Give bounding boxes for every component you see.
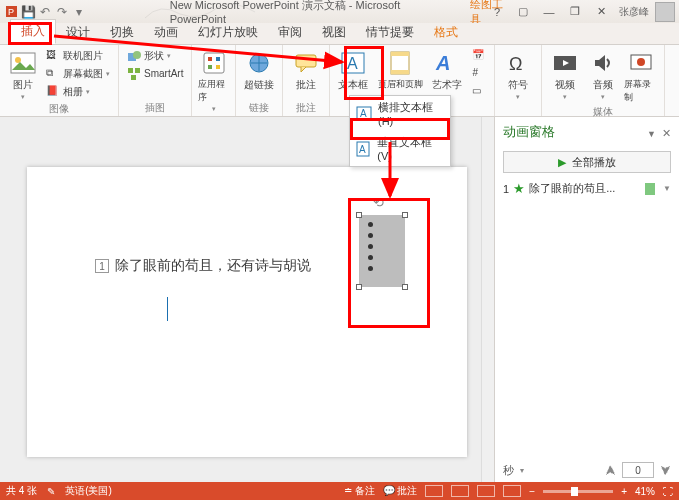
reorder-up-icon[interactable]: ⮝ xyxy=(605,464,616,476)
object-icon: ▭ xyxy=(472,85,486,99)
language-status[interactable]: 英语(美国) xyxy=(65,484,112,498)
audio-icon xyxy=(589,49,617,77)
group-links-label: 链接 xyxy=(242,100,276,115)
symbol-button[interactable]: Ω 符号 ▾ xyxy=(501,47,535,101)
screen-recording-icon xyxy=(627,49,655,77)
chevron-down-icon: ▾ xyxy=(212,105,216,113)
animation-pane-close-icon[interactable]: ✕ xyxy=(662,127,671,139)
screen-recording-button[interactable]: 屏幕录制 xyxy=(624,47,658,104)
group-images-label: 图像 xyxy=(6,101,112,116)
animation-duration-bar xyxy=(645,183,655,195)
svg-line-31 xyxy=(54,36,342,62)
tab-storyboarding[interactable]: 情节提要 xyxy=(356,21,424,44)
slide-canvas[interactable]: 1 除了眼前的苟且，还有诗与胡说 ⟲ xyxy=(27,167,467,457)
chevron-down-icon: ▾ xyxy=(601,93,605,101)
zoom-slider[interactable] xyxy=(543,490,613,493)
annotation-arrow-2 xyxy=(380,140,400,202)
undo-icon[interactable]: ↶ xyxy=(38,5,52,19)
ribbon-options-icon[interactable]: ▢ xyxy=(511,3,535,21)
audio-button[interactable]: 音频 ▾ xyxy=(586,47,620,101)
animation-list-item[interactable]: 1 ★ 除了眼前的苟且... ▼ xyxy=(503,181,671,196)
textbox-dropdown: A 横排文本框(H) A 垂直文本框(V) xyxy=(349,95,451,167)
animation-item-label: 除了眼前的苟且... xyxy=(529,181,615,196)
vertical-textbox-shape[interactable] xyxy=(359,215,405,287)
animation-item-menu-icon[interactable]: ▼ xyxy=(663,184,671,193)
svg-point-26 xyxy=(637,58,645,66)
zoom-in-icon[interactable]: + xyxy=(621,486,627,497)
fit-window-icon[interactable]: ⛶ xyxy=(663,486,673,497)
seconds-label: 秒 xyxy=(503,463,514,478)
play-all-button[interactable]: ▶ 全部播放 xyxy=(503,151,671,173)
textbox-horizontal-option[interactable]: A 横排文本框(H) xyxy=(350,96,450,131)
textbox-vertical-option[interactable]: A 垂直文本框(V) xyxy=(350,131,450,166)
slideshow-view-icon[interactable] xyxy=(503,485,521,497)
group-comments-label: 批注 xyxy=(289,100,323,115)
restore-icon[interactable]: ❐ xyxy=(563,3,587,21)
slide-number-button[interactable]: # xyxy=(470,65,488,82)
vertical-scrollbar[interactable] xyxy=(481,117,494,482)
svg-rect-19 xyxy=(391,52,409,56)
svg-rect-20 xyxy=(391,70,409,74)
animation-pane-dropdown-icon[interactable]: ▼ xyxy=(647,129,656,139)
svg-text:A: A xyxy=(435,52,450,74)
photo-album-button[interactable]: 📕相册▾ xyxy=(44,83,112,100)
svg-text:A: A xyxy=(359,144,366,155)
comments-button[interactable]: 💬 批注 xyxy=(383,484,418,498)
title-bar: P 💾 ↶ ↷ ▾ New Microsoft PowerPoint 演示文稿 … xyxy=(0,0,679,23)
slide-editor[interactable]: 1 除了眼前的苟且，还有诗与胡说 ⟲ xyxy=(0,117,494,482)
star-icon: ★ xyxy=(513,181,525,196)
date-icon: 📅 xyxy=(472,49,486,63)
video-button[interactable]: 视频 ▾ xyxy=(548,47,582,101)
slide-text-placeholder[interactable]: 1 除了眼前的苟且，还有诗与胡说 xyxy=(95,257,311,275)
animation-pane: 动画窗格 ▼✕ ▶ 全部播放 1 ★ 除了眼前的苟且... ▼ 秒 ▾ ⮝ 0 … xyxy=(494,117,679,482)
reorder-down-icon[interactable]: ⮟ xyxy=(660,464,671,476)
svg-text:A: A xyxy=(360,108,367,119)
reading-view-icon[interactable] xyxy=(477,485,495,497)
chevron-down-icon[interactable]: ▾ xyxy=(520,466,524,475)
wordart-icon: A xyxy=(433,49,461,77)
svg-rect-8 xyxy=(131,75,136,80)
status-bar: 共 4 张 ✎ 英语(美国) ≐ 备注 💬 批注 − + 41% ⛶ xyxy=(0,482,679,500)
tab-format[interactable]: 格式 xyxy=(424,21,468,44)
slide-count: 共 4 张 xyxy=(6,484,37,498)
photo-album-icon: 📕 xyxy=(46,85,60,99)
pictures-button[interactable]: 图片 ▾ xyxy=(6,47,40,101)
sorter-view-icon[interactable] xyxy=(451,485,469,497)
play-icon: ▶ xyxy=(558,156,566,169)
minimize-icon[interactable]: — xyxy=(537,3,561,21)
user-name[interactable]: 张彦峰 xyxy=(619,5,649,19)
chevron-down-icon: ▾ xyxy=(516,93,520,101)
wordart-button[interactable]: A 艺术字 ▾ xyxy=(430,47,464,101)
save-icon[interactable]: 💾 xyxy=(21,5,35,19)
normal-view-icon[interactable] xyxy=(425,485,443,497)
avatar[interactable] xyxy=(655,2,675,22)
object-button[interactable]: ▭ xyxy=(470,83,488,100)
picture-icon xyxy=(9,49,37,77)
animation-pane-title: 动画窗格 xyxy=(503,123,555,141)
zoom-value[interactable]: 41% xyxy=(635,486,655,497)
spellcheck-icon[interactable]: ✎ xyxy=(47,486,55,497)
text-cursor xyxy=(167,297,168,321)
svg-text:Ω: Ω xyxy=(509,54,522,74)
video-icon xyxy=(551,49,579,77)
annotation-arrow-1 xyxy=(50,30,350,70)
date-time-button[interactable]: 📅 xyxy=(470,47,488,64)
group-symbols: Ω 符号 ▾ xyxy=(495,45,542,116)
pictures-label: 图片 xyxy=(13,78,33,92)
ppt-app-icon: P xyxy=(4,5,18,19)
close-icon[interactable]: ✕ xyxy=(589,3,613,21)
svg-text:P: P xyxy=(8,7,14,17)
number-icon: # xyxy=(472,67,486,81)
redo-icon[interactable]: ↷ xyxy=(55,5,69,19)
group-media: 视频 ▾ 音频 ▾ 屏幕录制 媒体 xyxy=(542,45,665,116)
qat-more-icon[interactable]: ▾ xyxy=(72,5,86,19)
animation-index: 1 xyxy=(503,183,509,195)
seconds-spinner[interactable]: 0 xyxy=(622,462,654,478)
header-footer-button[interactable]: 页眉和页脚 xyxy=(374,47,426,91)
slide-body-text: 除了眼前的苟且，还有诗与胡说 xyxy=(115,257,311,275)
notes-button[interactable]: ≐ 备注 xyxy=(344,484,375,498)
header-footer-icon xyxy=(386,49,414,77)
vertical-textbox-icon: A xyxy=(356,141,371,157)
zoom-out-icon[interactable]: − xyxy=(529,486,535,497)
chevron-down-icon: ▾ xyxy=(21,93,25,101)
